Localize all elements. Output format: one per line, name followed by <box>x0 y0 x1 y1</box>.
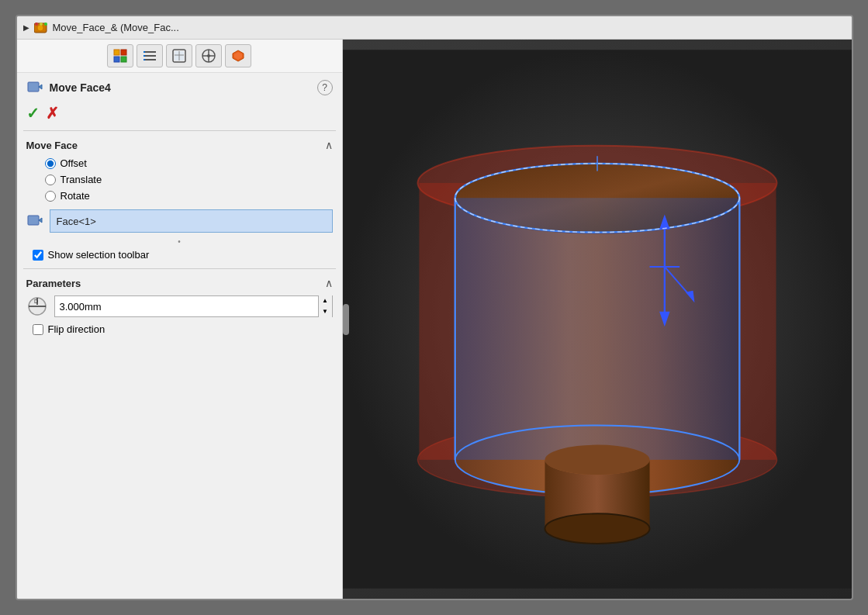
svg-text:D: D <box>34 299 38 304</box>
content-area: Move Face4 ? ✓ ✗ Move Face ∧ Offset <box>17 40 852 599</box>
offset-option[interactable]: Offset <box>45 157 333 169</box>
panel-title: Move Face4 <box>50 81 111 94</box>
show-selection-label: Show selection toolbar <box>48 249 150 261</box>
svg-rect-5 <box>114 50 119 55</box>
config-manager-btn[interactable] <box>166 44 192 67</box>
spin-down-button[interactable]: ▼ <box>319 306 332 317</box>
move-face-section: Move Face ∧ Offset Translate Rotate <box>17 131 342 268</box>
distance-icon: D <box>26 295 48 317</box>
svg-rect-6 <box>121 50 126 55</box>
toolbar <box>17 40 342 73</box>
ok-button[interactable]: ✓ <box>26 104 40 123</box>
move-face-title-row: Move Face ∧ <box>26 139 333 151</box>
feature-manager-btn[interactable] <box>107 44 133 67</box>
main-window: ▶ Move_Face_& (Move_Fac... <box>16 15 853 600</box>
params-title-row: Parameters ∧ <box>26 277 333 289</box>
svg-rect-36 <box>456 198 738 460</box>
translate-radio[interactable] <box>45 174 56 185</box>
3d-scene-svg <box>343 40 852 599</box>
title-icon <box>34 21 48 35</box>
right-panel <box>343 40 852 599</box>
params-collapse[interactable]: ∧ <box>325 277 333 289</box>
svg-rect-12 <box>144 51 145 53</box>
svg-rect-25 <box>28 216 39 225</box>
svg-rect-7 <box>114 57 119 62</box>
svg-rect-23 <box>28 82 39 92</box>
radio-group: Offset Translate Rotate <box>26 157 333 202</box>
move-face-panel-icon <box>26 79 43 96</box>
face-selector-icon <box>26 212 43 230</box>
svg-rect-8 <box>121 57 126 62</box>
offset-label: Offset <box>61 157 87 169</box>
face-input[interactable] <box>50 209 333 233</box>
window-title: Move_Face_& (Move_Fac... <box>53 22 179 33</box>
expand-arrow[interactable]: ▶ <box>23 23 29 32</box>
dim-expert-btn[interactable] <box>195 44 222 67</box>
flip-direction-checkbox[interactable] <box>33 324 43 335</box>
cancel-button[interactable]: ✗ <box>46 104 59 123</box>
translate-label: Translate <box>61 174 102 185</box>
title-bar: ▶ Move_Face_& (Move_Fac... <box>17 16 852 40</box>
svg-point-2 <box>35 22 38 26</box>
move-face-collapse[interactable]: ∧ <box>325 139 333 151</box>
svg-point-22 <box>207 54 210 57</box>
svg-point-47 <box>545 445 649 475</box>
svg-marker-26 <box>39 218 42 223</box>
drag-handle: • <box>26 237 333 246</box>
distance-input-wrapper: ▲ ▼ <box>54 295 333 317</box>
panel-title-row: Move Face4 ? <box>17 73 342 99</box>
property-manager-btn[interactable] <box>137 44 163 67</box>
parameters-section: Parameters ∧ D <box>17 269 342 343</box>
svg-rect-10 <box>144 55 156 57</box>
left-panel: Move Face4 ? ✓ ✗ Move Face ∧ Offset <box>17 40 343 599</box>
svg-rect-13 <box>144 55 145 57</box>
svg-point-1 <box>37 25 43 31</box>
svg-point-4 <box>44 22 47 26</box>
flip-direction-row: Flip direction <box>26 323 333 335</box>
rotate-label: Rotate <box>61 190 90 202</box>
spin-up-button[interactable]: ▲ <box>319 295 332 306</box>
distance-input[interactable] <box>55 299 318 314</box>
3d-viewport[interactable] <box>343 40 852 599</box>
params-label: Parameters <box>26 278 81 289</box>
action-row: ✓ ✗ <box>17 99 342 130</box>
display-manager-btn[interactable] <box>225 44 251 67</box>
rotate-option[interactable]: Rotate <box>45 190 333 202</box>
param-input-row: D ▲ ▼ <box>26 295 333 317</box>
flip-direction-label: Flip direction <box>48 323 105 335</box>
show-selection-checkbox[interactable] <box>33 250 43 261</box>
rotate-radio[interactable] <box>45 191 56 202</box>
translate-option[interactable]: Translate <box>45 174 333 185</box>
resize-handle[interactable] <box>343 304 349 335</box>
svg-marker-24 <box>39 85 42 89</box>
svg-rect-11 <box>144 59 156 60</box>
help-button[interactable]: ? <box>317 80 333 95</box>
face-selector-row <box>26 209 333 233</box>
move-face-label: Move Face <box>26 140 78 151</box>
offset-radio[interactable] <box>45 158 56 169</box>
svg-rect-9 <box>144 51 156 53</box>
svg-point-3 <box>40 22 43 26</box>
svg-rect-14 <box>144 59 145 60</box>
spin-buttons: ▲ ▼ <box>318 295 332 317</box>
show-selection-row: Show selection toolbar <box>26 249 333 261</box>
